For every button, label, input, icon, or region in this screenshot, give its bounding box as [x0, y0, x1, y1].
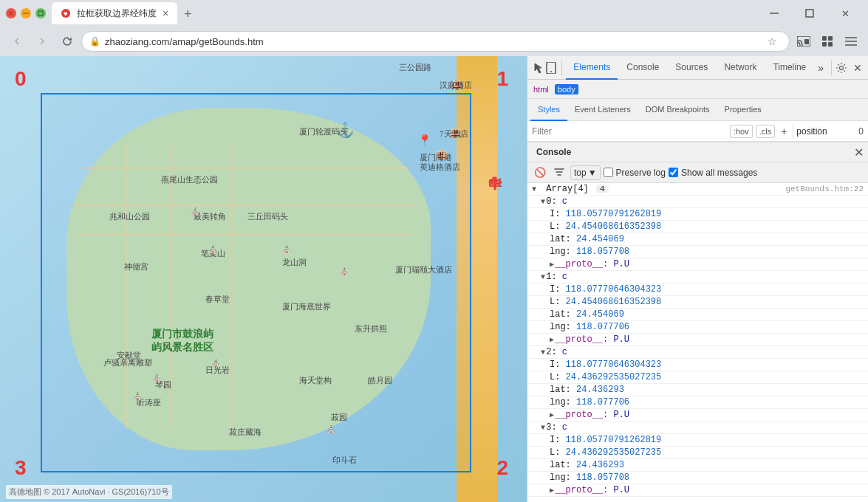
item-2-lat-key: lat: [532, 385, 576, 395]
forward-button[interactable] [31, 30, 53, 52]
minimize-btn[interactable] [757, 0, 791, 27]
item-1-proto-triangle[interactable]: ▶ [532, 335, 550, 344]
menu-button[interactable] [840, 30, 862, 52]
minimize-window-button[interactable] [21, 8, 31, 18]
console-clear-button[interactable]: 🚫 [532, 165, 548, 181]
map-label-hanting: 汉庭酒店 [440, 80, 472, 91]
devtools-separator-2 [831, 61, 832, 75]
item-1-triangle[interactable]: ▼ [532, 273, 541, 281]
item-3-proto-val: P.U [613, 485, 629, 495]
item-3-L-val: 24.436292535027235 [566, 447, 662, 458]
item-0-I-key: I: [532, 209, 566, 219]
devtools-more-button[interactable]: » [815, 58, 827, 78]
url-bar[interactable]: 🔒 zhaoziang.com/amap/getBounds.htm ☆ [81, 31, 790, 52]
console-item-3-proto[interactable]: ▶ __proto__: P.U [527, 484, 868, 497]
svg-point-18 [550, 71, 552, 72]
devtools-tab-sources[interactable]: Sources [668, 56, 715, 80]
item-2-triangle[interactable]: ▼ [532, 348, 541, 357]
console-item-2-L: L: 24.436292535027235 [527, 371, 868, 384]
devtools-mobile-icon[interactable] [545, 58, 557, 78]
new-tab-button[interactable]: + [177, 4, 198, 24]
show-messages-checkbox[interactable] [669, 168, 678, 177]
console-item-2-proto[interactable]: ▶ __proto__: P.U [527, 409, 868, 422]
filter-add-button[interactable]: + [778, 126, 790, 137]
map-area[interactable]: 0 1 2 3 ⚓ 📍 🏨 🏨 🏨 三公园路 汉庭酒店 7天酒店 厦门海港 英迪… [0, 56, 527, 502]
filter-cls-button[interactable]: .cls [756, 125, 776, 138]
devtools-separator-1 [561, 61, 562, 75]
item-1-proto-val: P.U [613, 334, 629, 345]
console-item-1[interactable]: ▼ 1: c [527, 271, 868, 283]
devtools-settings-icon[interactable] [836, 58, 848, 78]
item-1-lng-key: lng: [532, 322, 576, 332]
tab-close-button[interactable]: × [163, 8, 168, 18]
map-label-shuzang: 菽庄藏海 [229, 427, 262, 438]
console-output[interactable]: ▼ Array[4] 4 getBounds.htm:22 ▼ 0: c I: … [527, 183, 868, 502]
subtab-styles[interactable]: Styles [530, 99, 567, 121]
close-window-button[interactable] [6, 8, 16, 18]
array-triangle[interactable]: ▼ [532, 185, 541, 193]
close-btn[interactable]: ✕ [828, 0, 862, 27]
item-0-proto-val: P.U [613, 259, 629, 269]
back-button[interactable] [6, 30, 28, 52]
item-3-triangle[interactable]: ▼ [532, 424, 541, 432]
breadcrumb-tag-html[interactable]: html [533, 85, 549, 94]
item-3-proto-key: __proto__: [555, 485, 613, 495]
svg-rect-9 [804, 39, 809, 44]
console-array-header[interactable]: ▼ Array[4] 4 getBounds.htm:22 [527, 183, 868, 196]
reload-button[interactable] [56, 30, 78, 52]
subtab-event-listeners[interactable]: Event Listeners [567, 99, 638, 121]
tab-favicon: ♥ [61, 8, 71, 18]
item-2-I-key: I: [532, 360, 566, 370]
devtools-tab-network[interactable]: Network [717, 56, 764, 80]
console-item-0-proto[interactable]: ▶ __proto__: P.U [527, 258, 868, 271]
island-icon-7: ⛪ [133, 392, 142, 400]
item-3-val: c [562, 422, 567, 433]
breadcrumb-tag-body[interactable]: body [555, 84, 578, 94]
console-item-0-lng: lng: 118.057708 [527, 246, 868, 258]
filter-hov-button[interactable]: :hov [730, 125, 753, 138]
console-item-3-lng: lng: 118.057708 [527, 472, 868, 484]
console-item-0[interactable]: ▼ 0: c [527, 196, 868, 208]
devtools-close-button[interactable]: ✕ [852, 58, 864, 78]
preserve-log-label[interactable]: Preserve log [604, 168, 666, 178]
subtab-properties[interactable]: Properties [717, 99, 769, 121]
item-3-I-key: I: [532, 435, 566, 445]
item-0-L-key: L: [532, 221, 566, 232]
island-icon-3: ⛪ [282, 245, 291, 253]
property-input[interactable] [796, 126, 855, 137]
subtab-dom-breakpoints[interactable]: DOM Breakpoints [638, 99, 717, 121]
console-item-3[interactable]: ▼ 3: c [527, 422, 868, 434]
devtools-tab-elements[interactable]: Elements [566, 56, 618, 80]
console-item-1-proto[interactable]: ▶ __proto__: P.U [527, 334, 868, 346]
console-context-arrow: ▼ [588, 168, 597, 178]
devtools-tab-console[interactable]: Console [619, 56, 666, 80]
console-item-0-lat: lat: 24.454069 [527, 233, 868, 246]
item-0-val: c [562, 196, 567, 207]
devtools-pointer-icon[interactable] [532, 58, 544, 78]
show-messages-label[interactable]: Show all messages [669, 168, 757, 178]
console-filter-button[interactable] [551, 165, 567, 181]
console-context-dropdown[interactable]: top ▼ [570, 165, 601, 180]
item-2-lat-val: 24.436293 [576, 385, 624, 395]
console-close-button[interactable]: ✕ [854, 145, 864, 159]
filter-input[interactable] [532, 126, 727, 137]
maximize-btn[interactable] [793, 0, 827, 27]
corner-3: 3 [15, 456, 27, 480]
extensions-button[interactable] [816, 30, 838, 52]
console-item-2[interactable]: ▼ 2: c [527, 346, 868, 359]
item-3-L-key: L: [532, 447, 566, 458]
item-1-lng-val: 118.077706 [576, 322, 629, 332]
item-3-proto-triangle[interactable]: ▶ [532, 486, 550, 495]
island-icon-2: ⛪ [208, 245, 217, 253]
active-tab[interactable]: ♥ 拉框获取边界经纬度 × [52, 2, 177, 24]
bookmark-button[interactable]: ☆ [762, 32, 782, 51]
cast-button[interactable] [793, 30, 815, 52]
item-2-proto-triangle[interactable]: ▶ [532, 410, 550, 419]
main-content: 0 1 2 3 ⚓ 📍 🏨 🏨 🏨 三公园路 汉庭酒店 7天酒店 厦门海港 英迪… [0, 56, 868, 502]
maximize-window-button[interactable] [35, 8, 46, 18]
preserve-log-checkbox[interactable] [604, 168, 613, 177]
item-0-proto-triangle[interactable]: ▶ [532, 260, 550, 269]
map-label-shuyuan: 菽园 [331, 412, 347, 423]
item-0-triangle[interactable]: ▼ [532, 198, 541, 206]
devtools-tab-timeline[interactable]: Timeline [765, 56, 813, 80]
